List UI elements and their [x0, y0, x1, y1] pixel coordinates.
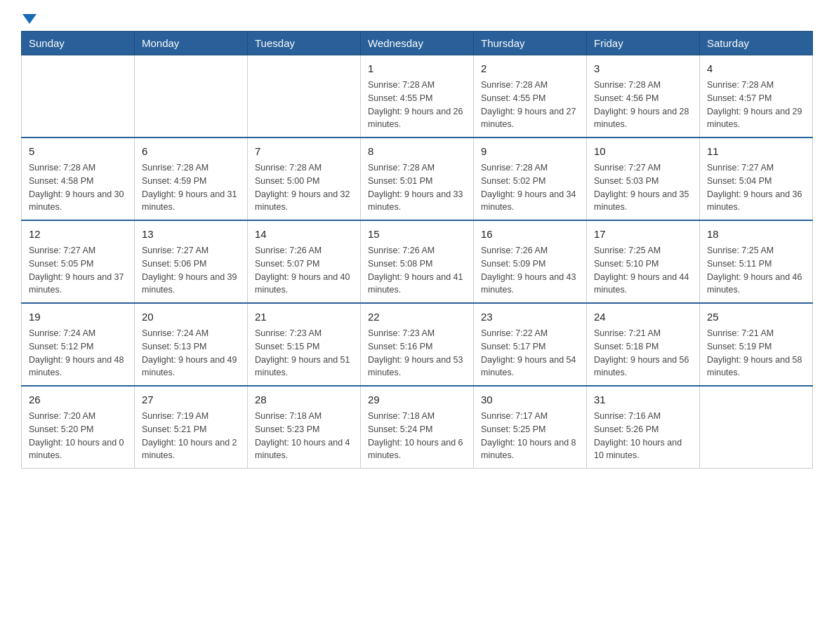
logo-arrow-icon [22, 14, 37, 24]
day-number: 28 [255, 392, 353, 407]
day-info: Sunrise: 7:28 AMSunset: 4:57 PMDaylight:… [707, 79, 805, 131]
calendar-day-cell: 21Sunrise: 7:23 AMSunset: 5:15 PMDayligh… [248, 303, 361, 386]
calendar-day-cell: 12Sunrise: 7:27 AMSunset: 5:05 PMDayligh… [22, 220, 135, 303]
day-info: Sunrise: 7:27 AMSunset: 5:06 PMDaylight:… [142, 244, 240, 297]
day-info: Sunrise: 7:25 AMSunset: 5:11 PMDaylight:… [707, 244, 805, 297]
day-number: 4 [707, 61, 805, 76]
calendar-day-cell: 18Sunrise: 7:25 AMSunset: 5:11 PMDayligh… [700, 220, 813, 303]
calendar-day-cell [135, 55, 248, 138]
calendar-day-cell: 14Sunrise: 7:26 AMSunset: 5:07 PMDayligh… [248, 220, 361, 303]
day-info: Sunrise: 7:25 AMSunset: 5:10 PMDaylight:… [594, 244, 692, 297]
calendar-day-cell: 17Sunrise: 7:25 AMSunset: 5:10 PMDayligh… [587, 220, 700, 303]
calendar-day-cell: 31Sunrise: 7:16 AMSunset: 5:26 PMDayligh… [587, 386, 700, 469]
day-number: 6 [142, 144, 240, 159]
calendar-day-cell: 22Sunrise: 7:23 AMSunset: 5:16 PMDayligh… [361, 303, 474, 386]
calendar-day-cell: 8Sunrise: 7:28 AMSunset: 5:01 PMDaylight… [361, 137, 474, 220]
day-number: 14 [255, 227, 353, 241]
day-info: Sunrise: 7:28 AMSunset: 4:55 PMDaylight:… [481, 79, 579, 131]
header-saturday: Saturday [700, 32, 813, 55]
day-info: Sunrise: 7:23 AMSunset: 5:15 PMDaylight:… [255, 327, 353, 380]
day-info: Sunrise: 7:21 AMSunset: 5:19 PMDaylight:… [707, 327, 805, 380]
day-info: Sunrise: 7:26 AMSunset: 5:09 PMDaylight:… [481, 244, 579, 297]
day-info: Sunrise: 7:28 AMSunset: 5:01 PMDaylight:… [368, 161, 466, 214]
day-info: Sunrise: 7:26 AMSunset: 5:07 PMDaylight:… [255, 244, 353, 297]
calendar-day-cell [700, 386, 813, 469]
calendar-day-cell: 4Sunrise: 7:28 AMSunset: 4:57 PMDaylight… [700, 55, 813, 138]
calendar-day-cell: 11Sunrise: 7:27 AMSunset: 5:04 PMDayligh… [700, 137, 813, 220]
calendar-day-cell: 9Sunrise: 7:28 AMSunset: 5:02 PMDaylight… [474, 137, 587, 220]
header-tuesday: Tuesday [248, 32, 361, 55]
day-number: 2 [481, 61, 579, 76]
day-info: Sunrise: 7:18 AMSunset: 5:23 PMDaylight:… [255, 410, 353, 462]
header-wednesday: Wednesday [361, 32, 474, 55]
day-info: Sunrise: 7:16 AMSunset: 5:26 PMDaylight:… [594, 410, 692, 462]
day-number: 23 [481, 309, 579, 324]
day-number: 25 [707, 309, 805, 324]
calendar-day-cell [248, 55, 361, 138]
calendar-day-cell: 15Sunrise: 7:26 AMSunset: 5:08 PMDayligh… [361, 220, 474, 303]
page-header [21, 14, 813, 24]
calendar-day-cell: 10Sunrise: 7:27 AMSunset: 5:03 PMDayligh… [587, 137, 700, 220]
calendar-day-cell: 13Sunrise: 7:27 AMSunset: 5:06 PMDayligh… [135, 220, 248, 303]
calendar-day-cell: 24Sunrise: 7:21 AMSunset: 5:18 PMDayligh… [587, 303, 700, 386]
day-info: Sunrise: 7:18 AMSunset: 5:24 PMDaylight:… [368, 410, 466, 462]
calendar-day-cell: 23Sunrise: 7:22 AMSunset: 5:17 PMDayligh… [474, 303, 587, 386]
weekday-header-row: Sunday Monday Tuesday Wednesday Thursday… [22, 32, 813, 55]
calendar-day-cell: 25Sunrise: 7:21 AMSunset: 5:19 PMDayligh… [700, 303, 813, 386]
day-number: 5 [29, 144, 127, 159]
day-number: 1 [368, 61, 466, 76]
day-info: Sunrise: 7:22 AMSunset: 5:17 PMDaylight:… [481, 327, 579, 380]
day-number: 15 [368, 227, 466, 241]
header-thursday: Thursday [474, 32, 587, 55]
day-info: Sunrise: 7:28 AMSunset: 4:58 PMDaylight:… [29, 161, 127, 214]
calendar-day-cell: 3Sunrise: 7:28 AMSunset: 4:56 PMDaylight… [587, 55, 700, 138]
calendar-day-cell: 28Sunrise: 7:18 AMSunset: 5:23 PMDayligh… [248, 386, 361, 469]
day-info: Sunrise: 7:21 AMSunset: 5:18 PMDaylight:… [594, 327, 692, 380]
day-info: Sunrise: 7:20 AMSunset: 5:20 PMDaylight:… [29, 410, 127, 462]
calendar-day-cell: 1Sunrise: 7:28 AMSunset: 4:55 PMDaylight… [361, 55, 474, 138]
day-number: 18 [707, 227, 805, 241]
day-info: Sunrise: 7:27 AMSunset: 5:05 PMDaylight:… [29, 244, 127, 297]
calendar-week-row: 26Sunrise: 7:20 AMSunset: 5:20 PMDayligh… [22, 386, 813, 469]
calendar-day-cell: 30Sunrise: 7:17 AMSunset: 5:25 PMDayligh… [474, 386, 587, 469]
calendar-day-cell [22, 55, 135, 138]
calendar-day-cell: 29Sunrise: 7:18 AMSunset: 5:24 PMDayligh… [361, 386, 474, 469]
day-info: Sunrise: 7:28 AMSunset: 5:02 PMDaylight:… [481, 161, 579, 214]
calendar-day-cell: 27Sunrise: 7:19 AMSunset: 5:21 PMDayligh… [135, 386, 248, 469]
calendar-day-cell: 7Sunrise: 7:28 AMSunset: 5:00 PMDaylight… [248, 137, 361, 220]
day-number: 19 [29, 309, 127, 324]
day-number: 8 [368, 144, 466, 159]
day-number: 27 [142, 392, 240, 407]
day-number: 11 [707, 144, 805, 159]
calendar-week-row: 1Sunrise: 7:28 AMSunset: 4:55 PMDaylight… [22, 55, 813, 138]
day-number: 26 [29, 392, 127, 407]
day-info: Sunrise: 7:24 AMSunset: 5:12 PMDaylight:… [29, 327, 127, 380]
day-info: Sunrise: 7:27 AMSunset: 5:04 PMDaylight:… [707, 161, 805, 214]
day-info: Sunrise: 7:19 AMSunset: 5:21 PMDaylight:… [142, 410, 240, 462]
day-number: 9 [481, 144, 579, 159]
day-number: 10 [594, 144, 692, 159]
calendar-week-row: 19Sunrise: 7:24 AMSunset: 5:12 PMDayligh… [22, 303, 813, 386]
calendar-table: Sunday Monday Tuesday Wednesday Thursday… [21, 31, 813, 469]
day-info: Sunrise: 7:24 AMSunset: 5:13 PMDaylight:… [142, 327, 240, 380]
day-info: Sunrise: 7:26 AMSunset: 5:08 PMDaylight:… [368, 244, 466, 297]
day-info: Sunrise: 7:23 AMSunset: 5:16 PMDaylight:… [368, 327, 466, 380]
day-info: Sunrise: 7:28 AMSunset: 4:59 PMDaylight:… [142, 161, 240, 214]
day-number: 17 [594, 227, 692, 241]
day-number: 13 [142, 227, 240, 241]
day-number: 31 [594, 392, 692, 407]
day-number: 16 [481, 227, 579, 241]
calendar-day-cell: 26Sunrise: 7:20 AMSunset: 5:20 PMDayligh… [22, 386, 135, 469]
day-number: 12 [29, 227, 127, 241]
day-number: 30 [481, 392, 579, 407]
day-number: 20 [142, 309, 240, 324]
logo [21, 14, 37, 24]
day-info: Sunrise: 7:28 AMSunset: 5:00 PMDaylight:… [255, 161, 353, 214]
calendar-week-row: 12Sunrise: 7:27 AMSunset: 5:05 PMDayligh… [22, 220, 813, 303]
calendar-day-cell: 5Sunrise: 7:28 AMSunset: 4:58 PMDaylight… [22, 137, 135, 220]
day-number: 29 [368, 392, 466, 407]
calendar-day-cell: 20Sunrise: 7:24 AMSunset: 5:13 PMDayligh… [135, 303, 248, 386]
day-number: 21 [255, 309, 353, 324]
calendar-day-cell: 2Sunrise: 7:28 AMSunset: 4:55 PMDaylight… [474, 55, 587, 138]
day-number: 24 [594, 309, 692, 324]
